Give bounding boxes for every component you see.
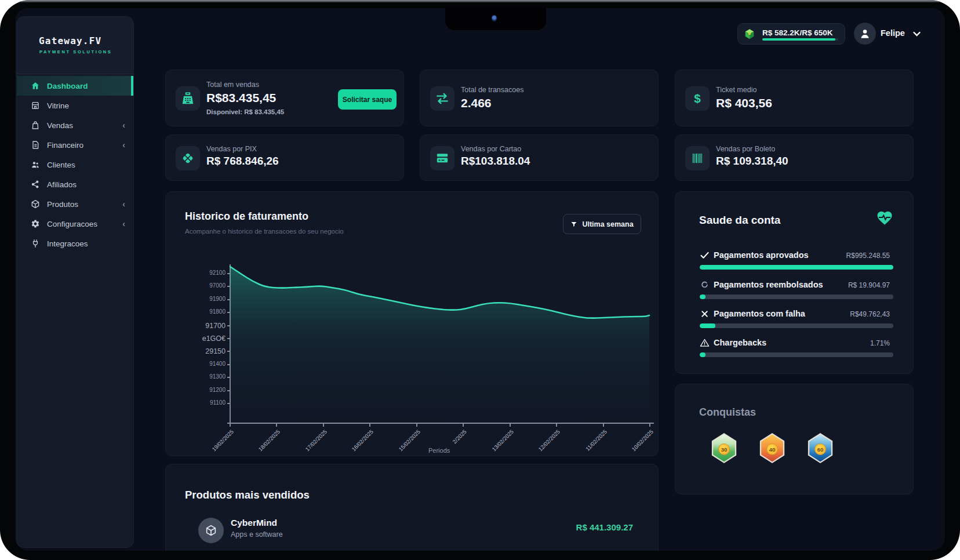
achievements-title: Conquistas: [699, 406, 756, 419]
y-axis-label: 91700: [181, 322, 226, 330]
card-value: R$83.435,45: [206, 91, 276, 105]
dollar-icon: $: [685, 86, 710, 111]
card-value: R$103.818.04: [461, 155, 530, 168]
tablet-mockup: Gateway.FV PAYMENT SOLUTIONS Dashboard V…: [0, 0, 960, 560]
storefront-icon: [31, 101, 40, 110]
y-axis-label: 97000: [181, 282, 226, 289]
sidebar-item-label: Vitrine: [47, 101, 69, 110]
x-icon: [700, 309, 710, 319]
document-icon: [31, 140, 40, 150]
x-axis-tick: [556, 424, 557, 427]
x-axis-tick: [510, 424, 511, 427]
billing-history-card: Historico de faturamento Acompanhe o his…: [165, 191, 659, 456]
user-name[interactable]: Felipe: [881, 28, 905, 38]
withdraw-button[interactable]: Solicitar saque: [338, 89, 397, 110]
card-transacoes: Total de transacoes 2.466: [420, 70, 659, 126]
health-label: Pagamentos com falha: [714, 309, 805, 318]
chart-subtitle: Acompanhe o historico de transacoes do s…: [185, 228, 344, 235]
chevron-down-icon[interactable]: [912, 31, 921, 37]
sidebar-item-clientes[interactable]: Clientes: [17, 155, 133, 174]
x-axis-title: Periods: [428, 447, 450, 454]
card-label: Vendas por PIX: [206, 145, 257, 153]
achievement-badge-blue: 60: [807, 433, 834, 463]
y-axis-label: 91800: [181, 308, 226, 315]
y-axis-label: 91200: [181, 387, 226, 393]
health-value: R$49.762,43: [850, 310, 890, 318]
x-axis-tick: [230, 424, 231, 427]
sidebar-item-afiliados[interactable]: Afiliados: [17, 174, 133, 194]
achievement-badge-orange: 40: [759, 433, 786, 463]
card-label: Vendas por Cartao: [461, 145, 521, 153]
gem-icon: [743, 28, 756, 41]
card-ticket-medio: $ Ticket medio R$ 403,56: [675, 70, 914, 126]
y-axis-label: 91100: [181, 399, 226, 406]
health-value: R$ 19.904.97: [848, 281, 890, 289]
camera-notch: [445, 8, 546, 30]
badge-number: 60: [814, 443, 826, 455]
sidebar-item-label: Dashboard: [47, 82, 88, 90]
sidebar-item-dashboard[interactable]: Dashboard: [17, 76, 133, 96]
device-frame: Gateway.FV PAYMENT SOLUTIONS Dashboard V…: [0, 0, 960, 560]
credit-card-icon: [430, 146, 454, 170]
x-axis-tick: [416, 424, 417, 427]
brand-tagline: PAYMENT SOLUTIONS: [39, 49, 112, 54]
sidebar-item-label: Afiliados: [47, 180, 77, 189]
card-cartao: Vendas por Cartao R$103.818.04: [420, 134, 659, 181]
filter-label: Ultima semana: [582, 220, 633, 228]
card-available: Disponivel: R$ 83.435,45: [206, 108, 284, 115]
check-icon: [700, 250, 710, 260]
box-icon: [31, 199, 40, 209]
sidebar-item-label: Integracoes: [47, 239, 88, 248]
home-icon: [31, 81, 40, 90]
user-avatar[interactable]: [854, 23, 876, 45]
chevron-left-icon: ‹: [122, 199, 125, 209]
x-axis-tick: [463, 424, 464, 427]
product-name: CyberMind: [231, 518, 277, 528]
sidebar-item-configuracoes[interactable]: Configuracoes ‹: [17, 214, 133, 234]
top-products-card: Produtos mais vendidos CyberMind Apps e …: [165, 464, 659, 551]
card-label: Ticket medio: [716, 86, 757, 94]
health-value: R$995.248.55: [846, 252, 890, 260]
card-boleto: Vendas por Boleto R$ 109.318,40: [675, 134, 914, 181]
card-value: R$ 109.318,40: [716, 155, 788, 168]
sidebar-item-label: Configuracoes: [47, 220, 97, 228]
logo: Gateway.FV PAYMENT SOLUTIONS: [17, 17, 133, 74]
sidebar-item-vitrine[interactable]: Vitrine: [17, 96, 133, 115]
revenue-quota-pill[interactable]: R$ 582.2K/R$ 650K: [737, 23, 845, 45]
product-avatar: [198, 518, 224, 543]
barcode-icon: [685, 146, 710, 170]
chevron-left-icon: ‹: [122, 140, 125, 150]
badge-number: 30: [718, 443, 730, 455]
sidebar-item-integracoes[interactable]: Integracoes: [17, 234, 133, 253]
x-axis-label: 11/02/2025: [572, 428, 608, 464]
x-axis-tick: [369, 424, 370, 427]
package-icon: [205, 524, 217, 537]
x-axis-tick: [649, 424, 650, 427]
sidebar-item-vendas[interactable]: Vendas ‹: [17, 115, 133, 135]
quota-value: R$ 582.2K/R$ 650K: [762, 28, 833, 37]
y-axis-label: e1GO€: [181, 334, 226, 343]
account-health-card: Saude da conta Pagamentos aprovadosR$995…: [675, 191, 914, 374]
product-category: Apps e software: [231, 530, 283, 539]
chart-title: Historico de faturamento: [185, 210, 308, 223]
chevron-left-icon: ‹: [122, 121, 125, 130]
sidebar-item-financeiro[interactable]: Financeiro ‹: [17, 135, 133, 155]
x-axis-label: 16/02/2025: [339, 428, 375, 464]
transfer-arrows-icon: [430, 86, 454, 111]
period-filter-button[interactable]: Ultima semana: [563, 214, 641, 234]
x-axis-label: 12/02/2025: [525, 428, 561, 464]
sidebar-item-produtos[interactable]: Produtos ‹: [17, 194, 133, 214]
card-label: Total de transacoes: [461, 86, 523, 94]
health-progress: [700, 265, 893, 270]
brand-name: Gateway.FV: [39, 35, 101, 46]
share-icon: [31, 180, 40, 189]
front-camera: [492, 15, 497, 21]
sidebar-menu: Dashboard Vitrine Vendas ‹ Financeiro: [17, 76, 133, 253]
health-title: Saude da conta: [699, 214, 780, 227]
health-label: Pagamentos aprovados: [714, 250, 809, 260]
sidebar-item-label: Vendas: [47, 121, 73, 130]
x-axis-label: 15/02/2025: [386, 428, 421, 464]
device-edge-highlight: [17, 0, 943, 2]
users-icon: [31, 160, 40, 169]
y-axis-label: 29150: [181, 347, 226, 355]
